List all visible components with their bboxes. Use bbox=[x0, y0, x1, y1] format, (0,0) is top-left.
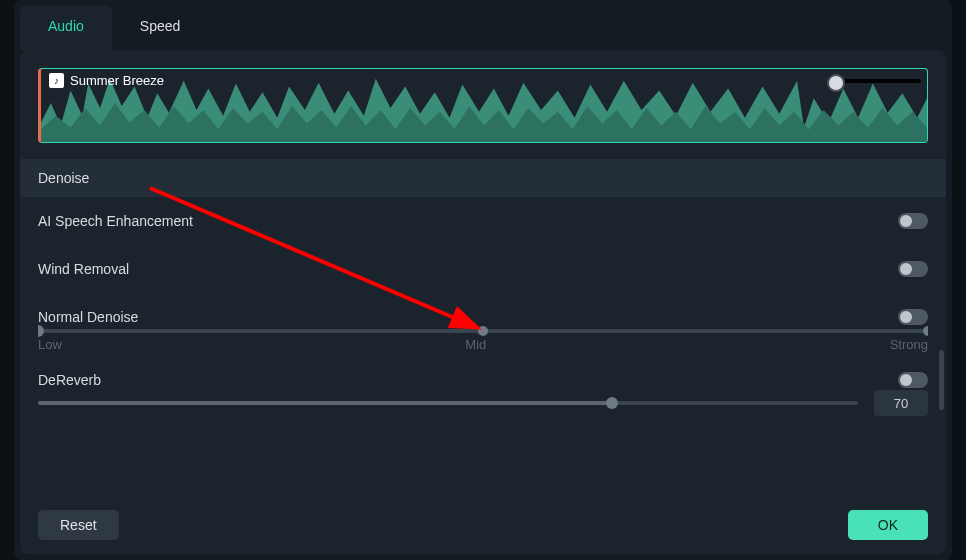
audio-clip-waveform[interactable]: ♪ Summer Breeze bbox=[38, 68, 928, 143]
toggle-ai-speech[interactable] bbox=[898, 213, 928, 229]
audio-panel: Audio Speed ♪ Summer Breeze Denoise AI S… bbox=[14, 0, 952, 560]
scrollbar[interactable] bbox=[939, 350, 944, 410]
dereverb-value[interactable]: 70 bbox=[874, 390, 928, 416]
panel-body: ♪ Summer Breeze Denoise AI Speech Enhanc… bbox=[20, 50, 946, 554]
ok-button[interactable]: OK bbox=[848, 510, 928, 540]
row-ai-speech: AI Speech Enhancement bbox=[38, 197, 928, 245]
dereverb-slider-thumb[interactable] bbox=[606, 397, 618, 409]
toggle-dereverb[interactable] bbox=[898, 372, 928, 388]
label-normal-denoise: Normal Denoise bbox=[38, 309, 138, 325]
clip-label: ♪ Summer Breeze bbox=[49, 73, 164, 88]
dereverb-slider[interactable] bbox=[38, 401, 858, 405]
toggle-wind-removal[interactable] bbox=[898, 261, 928, 277]
label-ai-speech: AI Speech Enhancement bbox=[38, 213, 193, 229]
denoise-options: AI Speech Enhancement Wind Removal Norma… bbox=[38, 197, 928, 498]
dereverb-slider-row: 70 bbox=[38, 390, 928, 416]
waveform-svg bbox=[41, 69, 927, 142]
music-note-icon: ♪ bbox=[49, 73, 64, 88]
label-wind-removal: Wind Removal bbox=[38, 261, 129, 277]
label-dereverb: DeReverb bbox=[38, 372, 101, 388]
clip-volume-slider[interactable] bbox=[833, 79, 921, 83]
clip-name: Summer Breeze bbox=[70, 73, 164, 88]
row-wind-removal: Wind Removal bbox=[38, 245, 928, 293]
slider-label-low: Low bbox=[38, 337, 62, 352]
footer: Reset OK bbox=[38, 498, 928, 540]
toggle-normal-denoise[interactable] bbox=[898, 309, 928, 325]
row-normal-denoise: Normal Denoise bbox=[38, 293, 928, 327]
reset-button[interactable]: Reset bbox=[38, 510, 119, 540]
tab-audio[interactable]: Audio bbox=[20, 6, 112, 50]
normal-denoise-slider[interactable]: Low Mid Strong bbox=[38, 327, 928, 354]
tab-bar: Audio Speed bbox=[14, 0, 952, 50]
slider-label-mid: Mid bbox=[465, 337, 486, 352]
slider-label-strong: Strong bbox=[890, 337, 928, 352]
denoise-section-header: Denoise bbox=[20, 159, 946, 197]
row-dereverb: DeReverb bbox=[38, 354, 928, 390]
tab-speed[interactable]: Speed bbox=[112, 6, 208, 50]
